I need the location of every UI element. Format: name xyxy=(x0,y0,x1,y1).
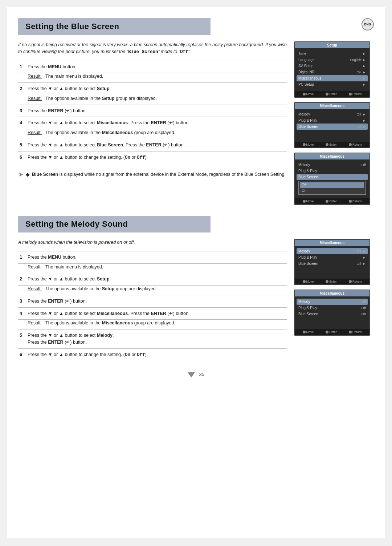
tv-footer-return: Return xyxy=(349,143,362,146)
table-row: Result: The options available in the Mis… xyxy=(18,320,287,329)
section1-panels: Setup Time ► Language English ► AV Setup xyxy=(294,41,374,205)
tv-menu-item-selected: Melody Off ► xyxy=(297,248,368,254)
note-text: Blue Screen is displayed while no signal… xyxy=(32,171,286,178)
tv-menu-item: Melody Off ► xyxy=(298,111,366,117)
tv-menu-item: Blue Screen Off xyxy=(298,311,366,317)
tv-panel-header: Miscellaneous xyxy=(295,240,369,246)
section1-content: If no signal is being received or the si… xyxy=(18,41,374,205)
step-content: Press the ▼ or ▲ button to change the se… xyxy=(26,348,287,361)
tv-panel-misc: Miscellaneous Melody Off ► Plug & Play ► xyxy=(294,102,370,148)
tv-menu-item: Digital NR On ► xyxy=(298,69,366,75)
result-label: Result: xyxy=(28,286,42,291)
eng-badge: ENG xyxy=(362,18,374,31)
table-row: 2 Press the ▼ or ▲ button to select Setu… xyxy=(18,83,287,95)
enter-icon xyxy=(326,280,328,283)
section-melody-sound: Setting the Melody Sound A melody sounds… xyxy=(18,216,374,361)
result-spacer xyxy=(18,286,26,295)
move-icon xyxy=(303,93,306,96)
tv-footer-return: Return xyxy=(349,199,362,203)
step-content: Press the ENTER (↵) button. xyxy=(26,105,287,117)
table-row: 4 Press the ▼ or ▲ button to select Misc… xyxy=(18,117,287,129)
step-content: Press the ▼ or ▲ button to select Miscel… xyxy=(26,307,287,320)
step-num: 5 xyxy=(18,139,26,151)
enter-icon xyxy=(326,143,328,146)
tv-footer-move: Move xyxy=(303,92,314,96)
tv-menu-item: Melody Off xyxy=(298,162,366,168)
tv-menu-item-selected: Blue Screen xyxy=(297,174,368,180)
table-row: Result: The options available in the Mis… xyxy=(18,129,287,139)
tv-footer-enter: Enter xyxy=(326,280,336,283)
tv-footer-enter: Enter xyxy=(326,199,336,203)
result-label: Result: xyxy=(28,320,42,325)
tv-footer-move: Move xyxy=(303,330,314,334)
tv-menu-item: PC Setup ► xyxy=(298,81,366,88)
tv-panel-body: Melody Off Plug & Play Blue Screen Off O… xyxy=(295,159,369,198)
dropdown-option: On xyxy=(302,188,363,193)
section2-left: A melody sounds when the television is p… xyxy=(18,239,287,361)
tv-panel-body: Melody Off ► Plug & Play ► Blue Screen O… xyxy=(295,109,369,142)
result-cell: Result: The options available in the Set… xyxy=(26,95,287,105)
tv-menu-item-selected: Miscellaneous ► xyxy=(297,75,368,81)
table-row: Result: The options available in the Set… xyxy=(18,95,287,105)
tv-panel-body: Melody Off ► Plug & Play ► Blue Screen O… xyxy=(295,246,369,279)
step-content: Press the ▼ or ▲ button to select Setup. xyxy=(26,83,287,95)
tv-menu-item: Blue Screen Off ► xyxy=(298,260,366,267)
result-spacer xyxy=(18,129,26,139)
table-row: 3 Press the ENTER (↵) button. xyxy=(18,295,287,307)
eng-label: ENG xyxy=(364,23,371,26)
section2-content: A melody sounds when the television is p… xyxy=(18,239,374,361)
step-content: Press the ▼ or ▲ button to select Miscel… xyxy=(26,117,287,129)
section2-heading: Setting the Melody Sound xyxy=(25,219,203,229)
tv-footer-move: Move xyxy=(303,143,314,146)
enter-icon xyxy=(326,93,328,96)
section2-intro: A melody sounds when the television is p… xyxy=(18,239,287,246)
step-num: 1 xyxy=(18,251,26,263)
tv-panel-footer: Move Enter Return xyxy=(295,142,369,147)
result-cell: Result: The options available in the Mis… xyxy=(26,320,287,329)
result-cell: Result: The options available in the Mis… xyxy=(26,129,287,139)
tv-panel-footer: Move Enter Return xyxy=(295,279,369,284)
step-content: Press the ▼ or ▲ button to select Setup. xyxy=(26,273,287,286)
result-spacer xyxy=(18,263,26,273)
table-row: Result: The main menu is displayed. xyxy=(18,73,287,83)
section1-title-banner: Setting the Blue Screen xyxy=(18,18,211,35)
return-icon xyxy=(349,143,352,146)
step-num: 4 xyxy=(18,307,26,320)
table-row: 5 Press the ▼ or ▲ button to select Melo… xyxy=(18,329,287,349)
tv-panel-body: Time ► Language English ► AV Setup ► xyxy=(295,48,369,91)
return-icon xyxy=(349,93,352,96)
tv-panel-melody2: Miscellaneous Melody Off Plug & Play Off… xyxy=(294,290,370,336)
tv-menu-item: Plug & Play ► xyxy=(298,117,366,124)
section2-title-banner: Setting the Melody Sound xyxy=(18,216,211,232)
step-num: 2 xyxy=(18,83,26,95)
result-cell: Result: The options available in the Set… xyxy=(26,286,287,295)
result-spacer xyxy=(18,73,26,83)
result-spacer xyxy=(18,320,26,329)
tv-footer-enter: Enter xyxy=(326,143,336,146)
tv-panel-footer: Move Enter Return xyxy=(295,329,369,335)
tv-panel-header: Miscellaneous xyxy=(295,153,369,159)
tv-panel-misc-dropdown: Miscellaneous Melody Off Plug & Play Blu… xyxy=(294,153,370,205)
step-content: Press the ▼ or ▲ button to change the se… xyxy=(26,151,287,163)
page: ENG Setting the Blue Screen If no signal… xyxy=(7,7,385,538)
move-icon xyxy=(303,200,306,203)
tv-footer-return: Return xyxy=(349,280,362,283)
step-num: 3 xyxy=(18,295,26,307)
table-row: Result: The options available in the Set… xyxy=(18,286,287,295)
table-row: 1 Press the MENU button. xyxy=(18,61,287,73)
page-number: 35 xyxy=(18,372,374,377)
step-num: 4 xyxy=(18,117,26,129)
note-bullet-icon: ◆ xyxy=(26,171,30,177)
step-content: Press the ▼ or ▲ button to select Melody… xyxy=(26,329,287,349)
tv-panel-header: Setup xyxy=(295,42,369,48)
step-num: 2 xyxy=(18,273,26,286)
note-arrow-icon: ➤ xyxy=(18,170,24,178)
return-icon xyxy=(349,200,352,203)
result-cell: Result: The main menu is displayed. xyxy=(26,263,287,273)
tv-panel-header: Miscellaneous xyxy=(295,103,369,109)
enter-icon xyxy=(326,331,328,333)
step-num: 1 xyxy=(18,61,26,73)
move-icon xyxy=(303,331,306,333)
tv-menu-item: Time ► xyxy=(298,50,366,57)
tv-footer-move: Move xyxy=(303,280,314,283)
